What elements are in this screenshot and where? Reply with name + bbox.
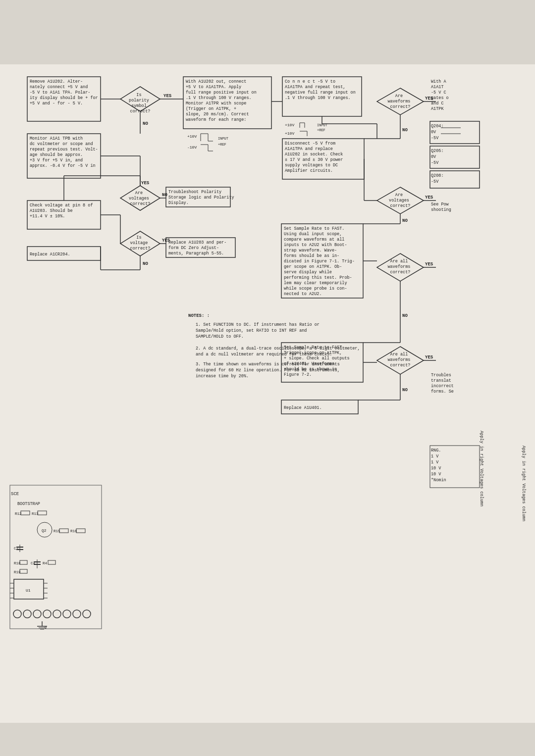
svg-text:Troubles
      translat
      : Troubles translat incorrect forms. Se bbox=[431, 373, 456, 394]
svg-text:Replace A1U203 and per-
      : Replace A1U203 and per- form DC Zero Adj… bbox=[168, 240, 229, 256]
svg-text:Replace A1U401.: Replace A1U401. bbox=[284, 405, 322, 410]
svg-text:BOOTSTRAP: BOOTSTRAP bbox=[17, 502, 40, 506]
svg-text:YES: YES bbox=[425, 355, 433, 360]
svg-text:NO: NO bbox=[402, 218, 408, 223]
svg-text:YES: YES bbox=[163, 94, 172, 99]
svg-text:R18: R18 bbox=[14, 561, 21, 565]
svg-text:Apply in right Voltages column: Apply in right Voltages column bbox=[521, 446, 526, 521]
svg-text:See Pow
      shooting: See Pow shooting bbox=[431, 202, 451, 212]
svg-text:R4: R4 bbox=[43, 561, 48, 565]
svg-text:U1: U1 bbox=[26, 588, 31, 593]
svg-text:YES: YES bbox=[162, 238, 170, 243]
svg-rect-2 bbox=[0, 723, 535, 756]
svg-rect-132 bbox=[10, 485, 102, 629]
svg-text:Q2: Q2 bbox=[42, 528, 47, 533]
svg-text:YES: YES bbox=[425, 262, 433, 267]
svg-text:NO: NO bbox=[402, 388, 408, 393]
svg-text:R12: R12 bbox=[15, 512, 22, 516]
svg-text:NO: NO bbox=[162, 193, 167, 198]
svg-text:YES: YES bbox=[425, 195, 433, 200]
svg-text:R19: R19 bbox=[14, 570, 21, 574]
svg-text:Are all
      waveforms
      : Are all waveforms correct? bbox=[387, 352, 413, 368]
svg-text:+REF: +REF bbox=[317, 128, 325, 132]
svg-text:YES: YES bbox=[141, 181, 150, 186]
svg-text:Replace A1CR204.: Replace A1CR204. bbox=[30, 252, 70, 257]
svg-rect-1 bbox=[0, 0, 535, 64]
svg-text:+10V: +10V bbox=[187, 134, 197, 139]
svg-text:-10V: -10V bbox=[187, 145, 197, 150]
svg-text:+10V: +10V bbox=[285, 131, 294, 136]
svg-text:NO: NO bbox=[402, 128, 408, 133]
svg-text:Are all
      waveforms
      : Are all waveforms correct? bbox=[387, 259, 413, 275]
svg-text:NO: NO bbox=[402, 313, 408, 318]
svg-text:Set Sample Rate to FAST.
     : Set Sample Rate to FAST. Using dual inpu… bbox=[284, 226, 357, 297]
svg-text:YES: YES bbox=[425, 96, 433, 101]
svg-text:+10V: +10V bbox=[285, 123, 294, 127]
svg-text:INPUT: INPUT bbox=[218, 137, 228, 141]
svg-text:9: 9 bbox=[45, 626, 47, 630]
svg-text:NOTES:  :: NOTES: : bbox=[188, 313, 210, 318]
svg-text:+REF: +REF bbox=[218, 143, 226, 147]
svg-text:NO: NO bbox=[143, 121, 148, 126]
svg-text:NO: NO bbox=[143, 261, 148, 266]
page: 3490A-D-3004 Remove A1U202. Alter- natel… bbox=[0, 0, 535, 756]
svg-text:SCE: SCE bbox=[11, 492, 19, 497]
